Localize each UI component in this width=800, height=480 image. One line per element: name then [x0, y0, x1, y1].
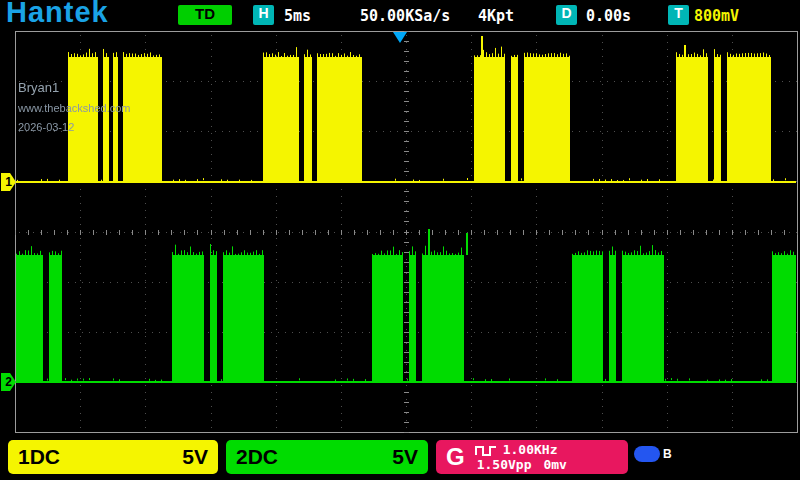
generator-frequency: 1.00KHz — [503, 442, 558, 457]
annotation-name: Bryan1 — [18, 80, 131, 95]
memory-depth-readout: 4Kpt — [478, 7, 514, 25]
horizontal-icon: H — [253, 5, 274, 25]
ch1-volts-div: 5V — [182, 445, 208, 469]
ch2-status-box: 2DC 5V — [226, 440, 428, 474]
generator-status-box: G 1.00KHz 1.50Vpp 0mv — [436, 440, 628, 474]
timebase-readout: 5ms — [284, 7, 311, 25]
trigger-level-readout: 800mV — [694, 7, 739, 25]
ch2-coupling-label: 2DC — [236, 445, 278, 469]
annotation-date: 2026-03-12 — [18, 121, 131, 133]
delay-icon: D — [556, 5, 577, 25]
square-wave-icon — [475, 444, 497, 456]
bottom-status-bar: 1DC 5V 2DC 5V G 1.00KHz 1.50Vpp 0mv — [0, 436, 800, 480]
brand-logo: Hantek — [6, 0, 109, 29]
usb-indicator: B — [634, 446, 672, 462]
generator-label: G — [446, 443, 465, 471]
usb-icon — [634, 446, 660, 462]
generator-amplitude: 1.50Vpp — [477, 457, 532, 472]
screen-annotation: Bryan1 www.thebackshed.com 2026-03-12 — [18, 80, 131, 133]
annotation-url: www.thebackshed.com — [18, 102, 131, 114]
sample-rate-readout: 50.00KSa/s — [360, 7, 450, 25]
usb-b-label: B — [663, 447, 672, 461]
top-status-bar: Hantek TD H 5ms 50.00KSa/s 4Kpt D 0.00s … — [0, 0, 800, 30]
waveform-display — [0, 0, 800, 480]
generator-readouts: 1.00KHz 1.50Vpp 0mv — [475, 442, 567, 472]
ch2-volts-div: 5V — [392, 445, 418, 469]
delay-readout: 0.00s — [586, 7, 631, 25]
generator-offset: 0mv — [543, 457, 566, 472]
ch1-marker-number: 1 — [5, 175, 12, 189]
ch1-status-box: 1DC 5V — [8, 440, 218, 474]
ch1-coupling-label: 1DC — [18, 445, 60, 469]
ch2-marker-number: 2 — [5, 375, 12, 389]
trigger-status-badge: TD — [178, 5, 232, 25]
oscilloscope-screen: Hantek TD H 5ms 50.00KSa/s 4Kpt D 0.00s … — [0, 0, 800, 480]
trigger-icon: T — [668, 5, 689, 25]
